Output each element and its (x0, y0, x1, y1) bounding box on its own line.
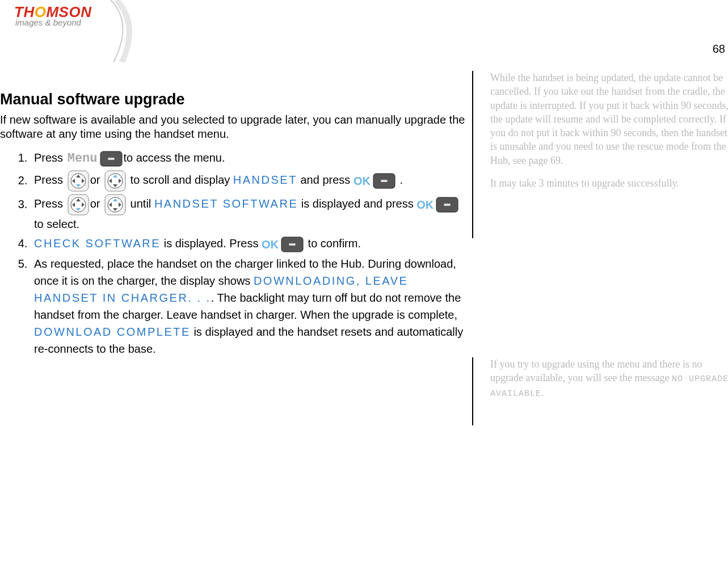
brand-logo: THOMSON images & beyond (14, 6, 128, 27)
brand-wordmark: THOMSON (14, 6, 128, 19)
softkey-button-icon (281, 237, 304, 252)
screen-check-software: CHECK SOFTWARE (34, 237, 161, 250)
brand-tagline: images & beyond (14, 18, 128, 27)
softkey-menu-label: Menu (66, 151, 99, 166)
side-note-1: While the handset is being updated, the … (472, 71, 728, 238)
page-number: 68 (713, 43, 725, 56)
note-update-warning: While the handset is being updated, the … (490, 71, 728, 167)
steps-list: Press Menuto access the menu. Press or t… (0, 149, 468, 357)
ok-label: OK (416, 199, 435, 211)
note-no-upgrade: If you try to upgrade using the menu and… (490, 357, 728, 400)
page-title: Manual software upgrade (0, 91, 468, 108)
nav-up-icon (104, 194, 126, 216)
step-1: Press Menuto access the menu. (31, 149, 468, 168)
step-5: As requested, place the handset on the c… (31, 255, 468, 357)
side-note-2: If you try to upgrade using the menu and… (472, 357, 728, 425)
svg-rect-15 (381, 180, 388, 182)
nav-down-icon (68, 194, 89, 216)
softkey-button-icon (436, 197, 458, 213)
step-3: Press or until HANDSET SOFTWARE is displ… (31, 194, 468, 233)
svg-rect-31 (289, 243, 296, 246)
step-4: CHECK SOFTWARE is displayed. Press OK to… (31, 235, 468, 253)
nav-down-icon (68, 170, 89, 192)
ok-label: OK (262, 238, 280, 251)
softkey-button-icon (373, 173, 395, 189)
note-duration: It may take 3 minutes to upgrade success… (490, 176, 728, 190)
step-2: Press or to scroll and display HANDSET a… (31, 170, 468, 192)
svg-rect-1 (108, 158, 115, 160)
nav-up-icon (104, 170, 126, 192)
intro-text: If new software is available and you sel… (0, 113, 468, 141)
svg-rect-29 (444, 204, 451, 206)
ok-label: OK (354, 175, 372, 187)
screen-download-complete: DOWNLOAD COMPLETE (34, 326, 191, 338)
main-content: Manual software upgrade If new software … (0, 91, 468, 360)
screen-handset-software: HANDSET SOFTWARE (154, 198, 298, 210)
screen-handset: HANDSET (233, 174, 297, 187)
softkey-button-icon (100, 151, 123, 167)
